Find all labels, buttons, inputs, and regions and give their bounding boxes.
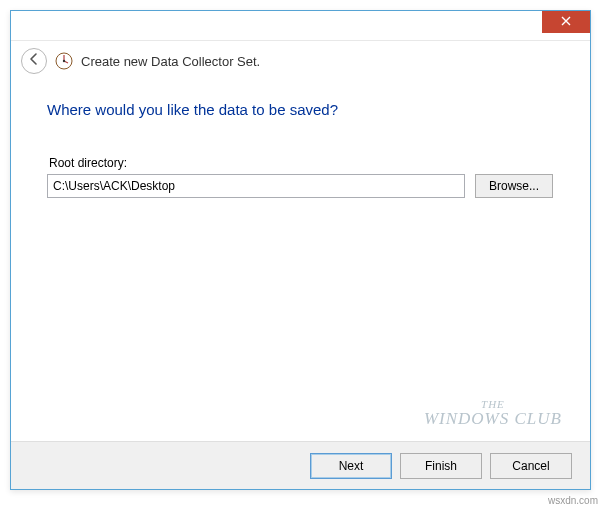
- watermark: THE WINDOWS CLUB: [424, 399, 562, 427]
- svg-point-1: [63, 60, 65, 62]
- wizard-icon: [55, 52, 73, 70]
- footer: Next Finish Cancel: [11, 441, 590, 489]
- header-row: Create new Data Collector Set.: [11, 41, 590, 81]
- finish-button[interactable]: Finish: [400, 453, 482, 479]
- root-directory-input[interactable]: [47, 174, 465, 198]
- attribution-text: wsxdn.com: [548, 495, 598, 506]
- title-bar: [11, 11, 590, 41]
- arrow-left-icon: [27, 52, 41, 70]
- root-directory-row: Browse...: [47, 174, 554, 198]
- browse-button[interactable]: Browse...: [475, 174, 553, 198]
- close-icon: [561, 15, 571, 29]
- close-button[interactable]: [542, 11, 590, 33]
- watermark-line2: WINDOWS CLUB: [424, 410, 562, 427]
- watermark-line1: THE: [424, 399, 562, 410]
- back-button[interactable]: [21, 48, 47, 74]
- page-heading: Where would you like the data to be save…: [47, 101, 554, 118]
- cancel-button[interactable]: Cancel: [490, 453, 572, 479]
- wizard-title: Create new Data Collector Set.: [81, 54, 260, 69]
- wizard-window: Create new Data Collector Set. Where wou…: [10, 10, 591, 490]
- next-button[interactable]: Next: [310, 453, 392, 479]
- root-directory-label: Root directory:: [47, 156, 554, 170]
- content-area: Where would you like the data to be save…: [11, 81, 590, 208]
